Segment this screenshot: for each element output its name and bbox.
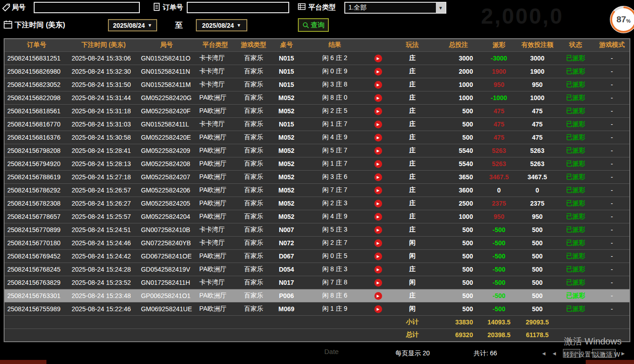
header-game-mode: 游戏模式: [594, 39, 630, 51]
date-to-select[interactable]: 2025/08/24 ▼: [196, 19, 247, 31]
cell-playtype: 庄: [388, 210, 436, 223]
cell-valid: 475: [518, 131, 557, 144]
replay-button[interactable]: ▶: [374, 292, 382, 300]
cell-mode: -: [594, 170, 630, 183]
replay-button[interactable]: ▶: [374, 200, 382, 207]
cell-playtype: 庄: [388, 170, 436, 183]
table-row[interactable]: 250824156755989 2025-08-24 15:22:46 GM06…: [4, 302, 630, 315]
cell-round: GM0522582420E: [138, 131, 194, 144]
replay-button[interactable]: ▶: [374, 226, 382, 234]
percent-value: 87%: [610, 6, 634, 33]
cell-result: 闲 2 庄 3: [302, 197, 368, 210]
cell-valid: 475: [518, 104, 557, 117]
table-row[interactable]: 250824156816376 2025-08-24 15:30:58 GM05…: [4, 131, 630, 144]
replay-button[interactable]: ▶: [374, 266, 382, 273]
platform-select-value: 1.全部: [345, 4, 436, 12]
total-row: 总计 69320 20398.5 61178.5: [4, 329, 630, 342]
table-row[interactable]: 250824156788619 2025-08-24 15:27:18 GM05…: [4, 170, 630, 183]
cell-round: GD067258241OE: [138, 249, 194, 263]
cell-platform: PA欧洲厅: [195, 197, 236, 210]
replay-button[interactable]: ▶: [374, 160, 382, 168]
order-input[interactable]: [187, 2, 289, 13]
cell-bet: 2500: [436, 197, 480, 210]
replay-button[interactable]: ▶: [374, 107, 382, 115]
cell-payout: -1000: [480, 91, 517, 104]
replay-button[interactable]: ▶: [374, 173, 382, 181]
table-row[interactable]: 250824156818561 2025-08-24 15:31:18 GM05…: [4, 104, 630, 117]
table-row[interactable]: 250824156769452 2025-08-24 15:24:42 GD06…: [4, 249, 630, 263]
header-status: 状态: [557, 39, 594, 51]
replay-button[interactable]: ▶: [374, 121, 382, 128]
cell-table: N015: [271, 117, 302, 131]
table-row[interactable]: 250824156822098 2025-08-24 15:31:44 GM05…: [4, 91, 630, 104]
replay-button[interactable]: ▶: [374, 68, 382, 76]
cell-platform: 卡卡湾厅: [195, 78, 236, 91]
cell-mode: -: [594, 144, 630, 157]
table-row[interactable]: 250824156826980 2025-08-24 15:32:30 GN01…: [4, 65, 630, 78]
cell-status: 已派彩: [557, 276, 594, 289]
table-row[interactable]: 250824156816770 2025-08-24 15:31:03 GN01…: [4, 117, 630, 131]
first-page-icon[interactable]: ◄: [541, 350, 547, 357]
date-from-select[interactable]: 2025/08/24 ▼: [108, 19, 157, 31]
cell-time: 2025-08-24 15:23:52: [69, 276, 138, 289]
table-row[interactable]: 250824156823052 2025-08-24 15:31:50 GN01…: [4, 78, 630, 91]
replay-button[interactable]: ▶: [374, 187, 382, 194]
cell-order: 250824156770899: [4, 223, 69, 236]
cell-round: GN0172582411H: [138, 276, 194, 289]
play-icon: ▶: [374, 305, 382, 313]
replay-button[interactable]: ▶: [374, 94, 382, 102]
header-payout: 派彩: [480, 39, 517, 51]
cell-payout: 5263: [480, 144, 517, 157]
table-row[interactable]: 250824156831251 2025-08-24 15:33:06 GN01…: [4, 51, 630, 65]
table-row[interactable]: 250824156798208 2025-08-24 15:28:41 GM05…: [4, 144, 630, 157]
replay-button[interactable]: ▶: [374, 134, 382, 142]
cell-valid: 5263: [518, 144, 557, 157]
table-row[interactable]: 250824156770180 2025-08-24 15:24:46 GN07…: [4, 236, 630, 249]
replay-button[interactable]: ▶: [374, 279, 382, 287]
cell-status: 已派彩: [557, 302, 594, 315]
replay-button[interactable]: ▶: [374, 239, 382, 247]
cell-payout: 0: [480, 183, 517, 197]
cell-mode: -: [594, 51, 630, 65]
cell-result: 闲 4 庄 9: [302, 210, 368, 223]
cell-status: 已派彩: [557, 104, 594, 117]
round-input[interactable]: [34, 2, 140, 13]
replay-button[interactable]: ▶: [374, 81, 382, 89]
table-row[interactable]: 250824156770899 2025-08-24 15:24:51 GN00…: [4, 223, 630, 236]
table-row[interactable]: 250824156786292 2025-08-24 15:26:57 GM05…: [4, 183, 630, 197]
cell-round: GN0152582411M: [138, 78, 194, 91]
cell-status: 已派彩: [557, 236, 594, 249]
platform-select[interactable]: 1.全部 ▼: [344, 2, 446, 14]
cell-status: 已派彩: [557, 263, 594, 276]
play-icon: ▶: [374, 81, 382, 89]
replay-button[interactable]: ▶: [374, 253, 382, 260]
cell-order: 250824156816376: [4, 131, 69, 144]
cell-round: GD0542582419V: [138, 263, 194, 276]
cell-playtype: 庄: [388, 51, 436, 65]
cell-order: 250824156763829: [4, 276, 69, 289]
chevron-down-icon[interactable]: ▼: [436, 3, 445, 13]
table-row[interactable]: 250824156763829 2025-08-24 15:23:52 GN01…: [4, 276, 630, 289]
cell-game: 百家乐: [236, 131, 271, 144]
table-row[interactable]: 250824156778657 2025-08-24 15:25:57 GM05…: [4, 210, 630, 223]
table-header-row: 订单号 下注时间 (美东) 局号 平台类型 游戏类型 桌号 结果 玩法 总投注 …: [4, 39, 630, 51]
replay-button[interactable]: ▶: [374, 147, 382, 155]
replay-button[interactable]: ▶: [374, 213, 382, 221]
replay-button[interactable]: ▶: [374, 305, 382, 313]
table-row[interactable]: 250824156763301 2025-08-24 15:23:48 GP00…: [4, 289, 630, 302]
table-row[interactable]: 250824156768245 2025-08-24 15:24:28 GD05…: [4, 263, 630, 276]
table-row[interactable]: 250824156782308 2025-08-24 15:26:27 GM05…: [4, 197, 630, 210]
play-icon: ▶: [374, 160, 382, 168]
cell-result: 闲 2 庄 5: [302, 104, 368, 117]
query-button[interactable]: 查询: [298, 18, 329, 32]
table-row[interactable]: 250824156794920 2025-08-24 15:28:13 GM05…: [4, 157, 630, 170]
query-button-label: 查询: [311, 21, 325, 30]
prev-page-icon[interactable]: ◄: [552, 350, 557, 357]
replay-button[interactable]: ▶: [374, 55, 382, 62]
cell-time: 2025-08-24 15:30:58: [69, 131, 138, 144]
cell-platform: PA欧洲厅: [195, 144, 236, 157]
cell-time: 2025-08-24 15:31:18: [69, 104, 138, 117]
cell-replay: ▶: [368, 65, 388, 78]
bottom-strip-left: [0, 360, 46, 364]
header-total-bet: 总投注: [436, 39, 480, 51]
